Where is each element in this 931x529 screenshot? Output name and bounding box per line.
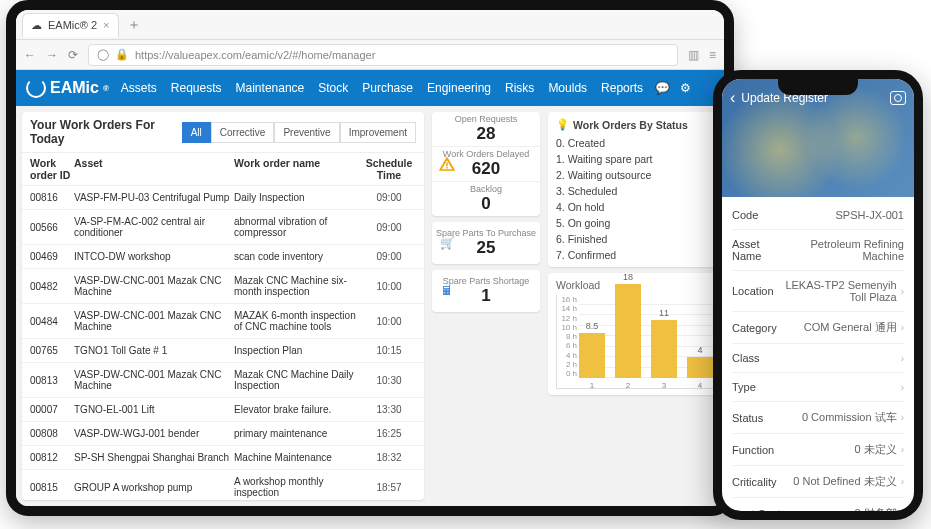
status-row[interactable]: 4. On hold0 [556,201,724,213]
nav-item[interactable]: Reports [601,81,643,95]
cell-id: 00813 [30,375,74,386]
ytick: 12 h [557,314,577,323]
chart-bar: 8.51 [579,333,605,378]
table-row[interactable]: 00007TGNO-EL-001 LiftElevator brake fail… [22,398,424,422]
cell-id: 00812 [30,452,74,463]
chevron-right-icon: › [901,322,904,333]
nav-item[interactable]: Maintenance [236,81,305,95]
chevron-right-icon: › [901,353,904,364]
nav-item[interactable]: Assets [121,81,157,95]
status-name: 6. Finished [556,233,607,245]
table-row[interactable]: 00482VASP-DW-CNC-001 Mazak CNC MachineMa… [22,269,424,304]
browser-tab[interactable]: ☁ EAMic® 2 × [22,13,119,37]
field-value: › [901,382,904,393]
extension-icon[interactable]: ▥ [688,48,699,62]
cell-asset: VASP-DW-WGJ-001 bender [74,428,234,439]
nav-item[interactable]: Moulds [548,81,587,95]
camera-icon[interactable] [890,91,906,105]
form-row[interactable]: Cost Center0 财务部› [732,498,904,520]
field-value: 0 未定义› [854,442,904,457]
forward-icon[interactable]: → [46,48,58,62]
wo-tab[interactable]: Improvement [340,122,416,143]
table-row[interactable]: 00812SP-SH Shengpai Shanghai BranchMachi… [22,446,424,470]
status-row[interactable]: 0. Created675 [556,137,724,149]
bar-value: 4 [687,345,713,355]
close-tab-icon[interactable]: × [103,19,109,31]
status-row[interactable]: 3. Scheduled11 [556,185,724,197]
cell-time: 16:25 [362,428,416,439]
nav-item[interactable]: Requests [171,81,222,95]
chevron-right-icon: › [901,382,904,393]
form-row[interactable]: CodeSPSH-JX-001 [732,201,904,230]
field-value: Petroleum Refining Machine [784,238,904,262]
field-label: Criticality [732,476,777,488]
status-row[interactable]: 5. On going9 [556,217,724,229]
status-title: Work Orders By Status [573,119,688,131]
table-row[interactable]: 00816VASP-FM-PU-03 Centrifugal PumpDaily… [22,186,424,210]
wo-table-body: 00816VASP-FM-PU-03 Centrifugal PumpDaily… [22,186,424,500]
wo-tab[interactable]: All [182,122,211,143]
wo-tab[interactable]: Preventive [274,122,339,143]
field-label: Asset Name [732,238,784,262]
form-row[interactable]: LocationLEKAS-TP2 Semenyih Toll Plaza› [732,271,904,312]
status-name: 7. Confirmed [556,249,616,261]
form-row[interactable]: Criticality0 Not Defined 未定义› [732,466,904,498]
nav-item[interactable]: Risks [505,81,534,95]
ytick: 16 h [557,295,577,304]
table-row[interactable]: 00813VASP-DW-CNC-001 Mazak CNC MachineMa… [22,363,424,398]
table-row[interactable]: 00815GROUP A workshop pumpA workshop mon… [22,470,424,500]
chevron-right-icon: › [901,286,904,297]
nav-item[interactable]: Purchase [362,81,413,95]
back-icon[interactable]: ‹ [730,89,735,107]
requests-stat-card[interactable]: Open Requests 28 Work Orders Delayed 620… [432,112,540,216]
field-label: Status [732,412,763,424]
form-row[interactable]: Class› [732,344,904,373]
form-row[interactable]: Asset NamePetroleum Refining Machine [732,230,904,271]
cell-time: 18:32 [362,452,416,463]
reload-icon[interactable]: ⟳ [68,48,78,62]
tab-title: EAMic® 2 [48,19,97,31]
stat-value: 0 [432,194,540,214]
table-row[interactable]: 00566VA-SP-FM-AC-002 central air conditi… [22,210,424,245]
ytick: 10 h [557,323,577,332]
new-tab-button[interactable]: ＋ [127,16,141,34]
form-row[interactable]: CategoryCOM General 通用› [732,312,904,344]
field-label: Type [732,381,756,393]
nav-item[interactable]: Stock [318,81,348,95]
status-row[interactable]: 2. Waiting outsource0 [556,169,724,181]
brand-name: EAMic [50,79,99,97]
cell-name: Mazak CNC Machine six-month inspection [234,275,362,297]
cell-time: 10:15 [362,345,416,356]
table-row[interactable]: 00808VASP-DW-WGJ-001 benderprimary maint… [22,422,424,446]
spare-parts-shortage-card[interactable]: 🖩 Spare Parts Shortage 1 [432,270,540,312]
cell-id: 00816 [30,192,74,203]
status-row[interactable]: 6. Finished10 [556,233,724,245]
form-row[interactable]: Type› [732,373,904,402]
form-row[interactable]: Status0 Commission 试车› [732,402,904,434]
back-icon[interactable]: ← [24,48,36,62]
status-row[interactable]: 7. Confirmed2 [556,249,724,261]
brand-logo[interactable]: EAMic® [26,78,109,98]
spare-parts-purchase-card[interactable]: 🛒 Spare Parts To Purchase 25 [432,222,540,264]
form-row[interactable]: Function0 未定义› [732,434,904,466]
gear-icon[interactable]: ⚙ [680,81,691,95]
bar-category: 1 [579,381,605,390]
phone-frame: ‹ Update Register CodeSPSH-JX-001Asset N… [713,70,923,520]
phone-notch [778,79,858,95]
warning-icon [438,155,456,173]
url-text: https://valueapex.com/eamic/v2/#/home/ma… [135,49,375,61]
chart-bar: 44 [687,357,713,378]
browser-tab-bar: ☁ EAMic® 2 × ＋ [16,10,724,40]
menu-icon[interactable]: ≡ [709,48,716,62]
url-field[interactable]: ◯ 🔒 https://valueapex.com/eamic/v2/#/hom… [88,44,678,66]
table-row[interactable]: 00469INTCO-DW workshopscan code inventor… [22,245,424,269]
wo-tab[interactable]: Corrective [211,122,275,143]
bar-category: 3 [651,381,677,390]
status-row[interactable]: 1. Waiting spare part1 [556,153,724,165]
field-value: 0 Not Defined 未定义› [793,474,904,489]
table-row[interactable]: 00765TGNO1 Toll Gate # 1Inspection Plan1… [22,339,424,363]
chat-icon[interactable]: 💬 [655,81,670,95]
nav-item[interactable]: Engineering [427,81,491,95]
table-row[interactable]: 00484VASP-DW-CNC-001 Mazak CNC MachineMA… [22,304,424,339]
ytick: 14 h [557,304,577,313]
